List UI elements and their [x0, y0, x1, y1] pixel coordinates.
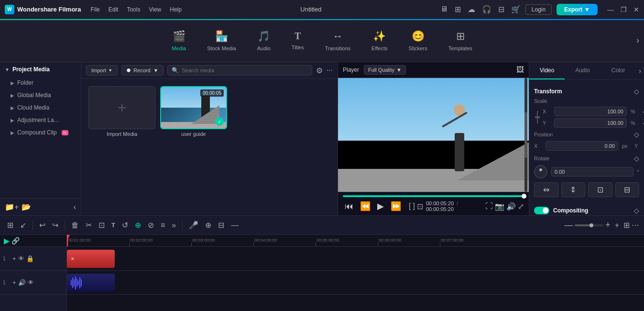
tl-rotate-button[interactable]: ↺	[120, 219, 131, 231]
tl-collab-button[interactable]: ⊕	[203, 219, 214, 231]
tl-a1-volume-icon[interactable]: 🔊	[18, 279, 26, 286]
flip-vertical-button[interactable]: ⇕	[561, 182, 586, 197]
player-scrollbar[interactable]	[524, 78, 527, 192]
tl-redo-button[interactable]: ↪	[50, 219, 61, 231]
media-card-user-guide[interactable]: 00:00:05 ✓ user guide	[160, 86, 227, 137]
headphone-icon[interactable]: 🎧	[482, 5, 491, 14]
menu-help[interactable]: Help	[170, 6, 182, 13]
player-settings-icon[interactable]: 🖼	[516, 66, 524, 74]
tab-audio[interactable]: Audio	[565, 62, 600, 79]
tl-track-v1-content[interactable]: ✕	[67, 247, 644, 270]
project-media-header[interactable]: ▼ Project Media	[0, 62, 81, 77]
export-button[interactable]: Export ▼	[557, 4, 598, 15]
right-tab-more-arrow[interactable]: ›	[636, 62, 644, 79]
sidebar-item-adjustment[interactable]: ▶ Adjustment La...	[0, 114, 81, 126]
tl-pip-button[interactable]: ⊟	[216, 219, 227, 231]
tl-playhead[interactable]	[67, 235, 68, 246]
close-button[interactable]: ✕	[633, 6, 639, 13]
tl-crop-button[interactable]: ⊡	[96, 219, 107, 231]
tl-ai-button[interactable]: ≡	[158, 220, 167, 231]
player-progress-bar[interactable]	[343, 195, 524, 197]
tl-tracks-area[interactable]: 00:01:00:00 00:02:00:00 00:03:00:00 00:0…	[67, 235, 644, 311]
record-button[interactable]: Record ▼	[121, 65, 164, 76]
player-mark-in-button[interactable]: [	[409, 202, 411, 211]
tl-playhead-icon[interactable]: ▶	[4, 236, 10, 245]
toolbar-item-templates[interactable]: ⊞ Templates	[438, 25, 483, 56]
reset-button[interactable]: ⊟	[615, 182, 640, 197]
tl-options-button[interactable]: ⋯	[632, 221, 639, 230]
tl-minus-button[interactable]: —	[229, 220, 241, 231]
tl-track-a1-add-icon[interactable]: +	[12, 279, 16, 286]
maximize-button[interactable]: ❐	[621, 6, 627, 13]
player-fullscreen-button[interactable]: ⛶	[485, 202, 493, 211]
toolbar-more-arrow[interactable]: ›	[636, 35, 639, 45]
player-prev-frame-button[interactable]: ⏪	[358, 200, 372, 212]
tl-zoom-slider[interactable]	[575, 224, 603, 226]
sidebar-item-cloud-media[interactable]: ▶ Cloud Media	[0, 101, 81, 114]
tl-select-button[interactable]: ↙	[18, 219, 29, 231]
scale-x-input[interactable]	[554, 107, 627, 116]
media-card-import[interactable]: + Import Media	[88, 86, 155, 137]
transform-reset-icon[interactable]: ◇	[634, 88, 639, 95]
toolbar-item-titles[interactable]: T Titles	[281, 26, 315, 55]
tl-track-a1-content[interactable]	[67, 271, 644, 294]
player-volume-button[interactable]: 🔊	[506, 202, 516, 211]
minimize-button[interactable]: —	[607, 6, 614, 13]
player-mark-out-button[interactable]: ]	[413, 202, 415, 211]
player-progress-thumb[interactable]	[522, 194, 526, 199]
layout-icon[interactable]: ⊟	[498, 5, 504, 14]
menu-edit[interactable]: Edit	[109, 6, 119, 13]
quality-select[interactable]: Full Quality ▼	[364, 65, 406, 75]
search-input[interactable]	[182, 67, 307, 73]
tl-v1-lock-icon[interactable]: 🔒	[26, 255, 34, 262]
monitor-icon[interactable]: 🖥	[440, 5, 448, 14]
tl-zoom-plus-button[interactable]: +	[605, 220, 611, 230]
sidebar-item-compound-clip[interactable]: ▶ Compound Clip N	[0, 126, 81, 139]
tl-snap-button[interactable]: ⊞	[5, 219, 16, 231]
rotate-input[interactable]	[551, 167, 633, 177]
crop-button[interactable]: ⊡	[588, 182, 612, 197]
cloud-icon[interactable]: ☁	[468, 5, 475, 14]
media-filter-icon[interactable]: ⚙	[316, 66, 323, 75]
tl-plus-button[interactable]: +	[612, 220, 622, 231]
toolbar-item-audio[interactable]: 🎵 Audio	[247, 25, 281, 56]
grid-icon[interactable]: ⊞	[455, 5, 461, 14]
toolbar-item-transitions[interactable]: ↔ Transitions	[315, 25, 361, 56]
tl-a1-eye-icon[interactable]: 👁	[28, 279, 34, 286]
media-more-icon[interactable]: ···	[327, 66, 333, 75]
sidebar-item-folder[interactable]: ▶ Folder	[0, 77, 81, 89]
compositing-toggle[interactable]	[534, 207, 549, 214]
tab-video[interactable]: Video	[529, 62, 565, 79]
player-next-frame-button[interactable]: ⏩	[389, 200, 403, 212]
tl-more-button[interactable]: »	[169, 220, 178, 231]
tl-undo-button[interactable]: ↩	[37, 219, 48, 231]
toolbar-item-stickers[interactable]: 😊 Stickers	[398, 25, 438, 56]
tl-audio-button[interactable]: 🎤	[186, 219, 201, 231]
import-button[interactable]: Import ▼	[86, 65, 118, 76]
flip-horizontal-button[interactable]: ⇔	[534, 182, 558, 197]
transform-section-header[interactable]: Transform ◇	[534, 85, 639, 98]
tl-delete-button[interactable]: 🗑	[69, 220, 81, 231]
sidebar-item-global-media[interactable]: ▶ Global Media	[0, 89, 81, 101]
player-insert-button[interactable]: ⊡	[417, 202, 423, 211]
add-bin-icon[interactable]: 📂	[22, 202, 31, 211]
rotate-reset-icon[interactable]: ◇	[634, 155, 639, 162]
toolbar-item-stock[interactable]: 🏪 Stock Media	[196, 25, 247, 56]
position-x-input[interactable]	[546, 141, 618, 151]
tl-text-button[interactable]: T	[109, 220, 118, 230]
tl-speed-button[interactable]: ⊘	[145, 219, 156, 231]
position-reset-icon[interactable]: ◇	[634, 131, 639, 138]
menu-view[interactable]: View	[149, 6, 161, 13]
tl-lock-icon[interactable]: 🔗	[11, 237, 20, 244]
tl-clip-a1[interactable]	[67, 274, 115, 292]
toolbar-item-media[interactable]: 🎬 Media	[161, 25, 196, 56]
login-button[interactable]: Login	[525, 4, 552, 15]
player-rewind-button[interactable]: ⏮	[343, 200, 355, 212]
tl-record-button[interactable]: ⊕	[132, 219, 143, 231]
menu-tools[interactable]: Tools	[127, 6, 140, 13]
compositing-reset-icon[interactable]: ◇	[634, 207, 639, 214]
player-play-button[interactable]: ▶	[375, 200, 386, 212]
rotate-dial[interactable]	[534, 165, 547, 178]
toolbar-item-effects[interactable]: ✨ Effects	[361, 25, 398, 56]
collapse-panel-icon[interactable]: ‹	[74, 203, 76, 211]
